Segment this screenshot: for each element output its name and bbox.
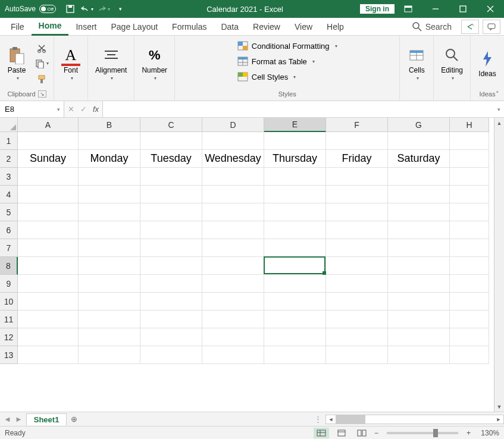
cell[interactable] — [326, 346, 388, 364]
cell[interactable] — [140, 328, 202, 346]
cell[interactable] — [202, 257, 264, 275]
cell[interactable] — [450, 150, 489, 168]
cell[interactable] — [326, 239, 388, 257]
row-header[interactable]: 4 — [0, 186, 18, 203]
cell[interactable] — [202, 239, 264, 257]
cell[interactable] — [140, 275, 202, 293]
row-header[interactable]: 11 — [0, 311, 18, 328]
alignment-button[interactable]: Alignment — [92, 43, 130, 83]
cell[interactable]: Monday — [79, 150, 140, 168]
cell[interactable] — [264, 221, 326, 239]
comments-button[interactable] — [483, 20, 500, 34]
cell[interactable] — [202, 346, 264, 364]
cell[interactable] — [450, 132, 489, 150]
cell[interactable] — [18, 203, 79, 221]
cell[interactable] — [79, 346, 140, 364]
cells-area[interactable]: SundayMondayTuesdayWednesdayThursdayFrid… — [18, 132, 489, 412]
cell[interactable] — [264, 293, 326, 311]
cell[interactable] — [18, 132, 79, 150]
cell[interactable] — [326, 328, 388, 346]
cell[interactable] — [140, 293, 202, 311]
row-header[interactable]: 2 — [0, 150, 18, 168]
cell[interactable] — [264, 328, 326, 346]
cell[interactable] — [450, 239, 489, 257]
cell[interactable] — [264, 257, 326, 275]
collapse-ribbon-icon[interactable]: ˄ — [496, 90, 499, 98]
cell[interactable] — [388, 239, 450, 257]
tab-home[interactable]: Home — [32, 18, 69, 36]
tab-split-handle[interactable]: ⋮ — [311, 415, 325, 424]
cell[interactable] — [326, 221, 388, 239]
select-all-button[interactable] — [0, 118, 18, 132]
cell[interactable] — [450, 257, 489, 275]
cell[interactable]: Tuesday — [140, 150, 202, 168]
vertical-scrollbar[interactable]: ▲ ▼ — [494, 118, 504, 412]
column-header[interactable]: D — [202, 118, 264, 132]
cell[interactable] — [18, 311, 79, 328]
cell[interactable] — [18, 239, 79, 257]
cell[interactable] — [202, 328, 264, 346]
cell[interactable] — [326, 186, 388, 203]
cell[interactable] — [79, 311, 140, 328]
scroll-down-icon[interactable]: ▼ — [494, 402, 504, 412]
cell[interactable] — [79, 257, 140, 275]
cell[interactable] — [140, 221, 202, 239]
cell[interactable] — [202, 221, 264, 239]
cell[interactable]: Thursday — [264, 150, 326, 168]
cell[interactable] — [264, 346, 326, 364]
cell[interactable] — [202, 311, 264, 328]
cell[interactable] — [140, 239, 202, 257]
cell[interactable] — [79, 275, 140, 293]
cell[interactable] — [18, 221, 79, 239]
cell[interactable]: Saturday — [388, 150, 450, 168]
tab-page-layout[interactable]: Page Layout — [104, 18, 165, 36]
cell[interactable] — [450, 311, 489, 328]
cell[interactable] — [388, 221, 450, 239]
cell[interactable] — [264, 275, 326, 293]
share-button[interactable] — [461, 20, 479, 34]
cell[interactable] — [388, 257, 450, 275]
tab-insert[interactable]: Insert — [68, 18, 104, 36]
cell[interactable] — [388, 311, 450, 328]
enter-formula-icon[interactable]: ✓ — [80, 105, 87, 114]
ideas-button[interactable]: Ideas — [474, 47, 500, 80]
cell[interactable] — [140, 132, 202, 150]
column-header[interactable]: F — [326, 118, 388, 132]
cell[interactable] — [140, 311, 202, 328]
cell[interactable]: Sunday — [18, 150, 79, 168]
cell[interactable] — [388, 132, 450, 150]
tab-data[interactable]: Data — [214, 18, 246, 36]
sheet-tab-active[interactable]: Sheet1 — [26, 413, 67, 425]
scroll-right-icon[interactable]: ► — [494, 416, 503, 422]
cell[interactable] — [202, 203, 264, 221]
zoom-out-icon[interactable]: − — [374, 429, 378, 437]
cell[interactable] — [79, 186, 140, 203]
cell[interactable] — [326, 257, 388, 275]
cell[interactable] — [18, 257, 79, 275]
zoom-in-icon[interactable]: + — [467, 429, 471, 437]
tab-help[interactable]: Help — [320, 18, 351, 36]
cell[interactable] — [326, 132, 388, 150]
cell[interactable] — [388, 346, 450, 364]
row-header[interactable]: 5 — [0, 203, 18, 221]
row-header[interactable]: 12 — [0, 328, 18, 346]
cell[interactable] — [79, 132, 140, 150]
column-header[interactable]: H — [450, 118, 489, 132]
cell[interactable] — [264, 168, 326, 186]
redo-icon[interactable]: ▾ — [96, 2, 111, 16]
next-sheet-icon[interactable]: ► — [15, 415, 23, 424]
row-header[interactable]: 6 — [0, 221, 18, 239]
ribbon-display-icon[interactable] — [395, 0, 422, 18]
cell[interactable] — [264, 203, 326, 221]
tab-view[interactable]: View — [287, 18, 320, 36]
cells-button[interactable]: Cells — [403, 43, 430, 83]
cell[interactable] — [326, 311, 388, 328]
row-header[interactable]: 9 — [0, 275, 18, 293]
cell[interactable] — [18, 275, 79, 293]
cell[interactable] — [388, 203, 450, 221]
cell[interactable] — [326, 275, 388, 293]
cell[interactable] — [18, 186, 79, 203]
cell[interactable] — [450, 328, 489, 346]
cell[interactable]: Friday — [326, 150, 388, 168]
cell[interactable]: Wednesday — [202, 150, 264, 168]
